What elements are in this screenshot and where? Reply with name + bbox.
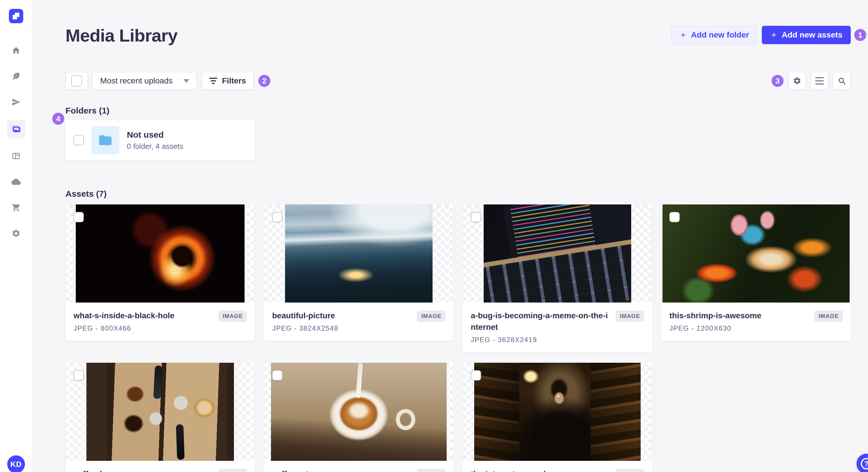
toolbar-left: Most recent uploads Filters 2 [65,72,270,90]
sidebar-item-settings[interactable] [7,225,25,241]
sidebar-nav [0,32,32,241]
sidebar-item-cloud[interactable] [7,174,25,190]
view-settings-button[interactable] [788,72,806,90]
folder-name: Not used [127,130,183,140]
page-title: Media Library [65,25,177,45]
add-new-assets-label: Add new assets [782,30,842,40]
add-new-folder-button[interactable]: Add new folder [671,26,757,44]
asset-image [662,204,849,303]
app-root: KD Media Library Add new folder Add new … [0,0,868,472]
asset-info: what-s-inside-a-black-hole JPEG - 800X46… [65,303,255,341]
asset-info: beautiful-picture JPEG - 3824X2548 IMAGE [264,303,454,341]
logo-area [0,0,32,32]
asset-card[interactable]: this-shrimp-is-awesome JPEG - 1200X630 I… [661,204,851,341]
add-new-assets-button[interactable]: Add new assets [762,26,851,44]
filters-label: Filters [222,76,246,86]
asset-type-badge: IMAGE [814,310,843,322]
sidebar-item-media-library[interactable] [7,120,25,138]
asset-card[interactable]: coffee-beans JPEG - 5021X3347 IMAGE [65,363,255,472]
asset-title: beautiful-picture [272,310,338,322]
asset-card[interactable]: a-bug-is-becoming-a-meme-on-the-internet… [463,204,652,352]
checkbox-icon [71,75,82,87]
asset-thumbnail [264,363,454,461]
assets-grid: what-s-inside-a-black-hole JPEG - 800X46… [65,204,851,472]
annotation-badge-4: 4 [52,113,64,125]
filters-button[interactable]: Filters [202,72,254,90]
asset-checkbox[interactable] [471,370,481,380]
sidebar-item-content-type-builder[interactable] [7,148,25,164]
asset-type-badge: IMAGE [417,469,445,472]
asset-meta: JPEG - 3628X2419 [471,336,609,344]
asset-type-badge: IMAGE [218,310,247,322]
asset-meta: JPEG - 800X466 [73,324,175,332]
asset-info: a-bug-is-becoming-a-meme-on-the-internet… [463,303,652,352]
sidebar-item-marketplace[interactable] [7,200,25,216]
sidebar: KD [0,0,32,472]
search-button[interactable] [833,72,851,90]
add-new-folder-label: Add new folder [691,30,749,40]
cloud-icon [11,177,21,187]
folder-checkbox[interactable] [73,135,84,145]
asset-checkbox[interactable] [73,212,84,222]
toolbar-right: 3 [772,72,851,90]
layout-icon [11,151,21,161]
folders-heading: Folders (1) [65,106,851,115]
annotation-badge-1: 1 [854,29,866,41]
annotation-badge-3: 3 [772,75,784,87]
home-icon [11,46,21,55]
shopping-cart-icon [11,203,21,212]
section-divider [65,175,851,176]
assets-section: Assets (7) what-s-inside-a-black-hole JP… [65,189,851,472]
select-all-checkbox[interactable] [65,72,88,90]
sidebar-item-home[interactable] [7,42,25,59]
asset-image [271,363,446,461]
strapi-logo-icon[interactable] [9,9,23,23]
asset-card[interactable]: the-internet-s-own-boy JPEG - 1200X707 I… [463,363,652,472]
sidebar-item-releases[interactable] [7,94,25,110]
folder-details: 0 folder, 4 assets [127,142,183,151]
asset-image [474,363,641,461]
folder-card[interactable]: Not used 0 folder, 4 assets [65,120,255,160]
assets-toolbar: Most recent uploads Filters 2 3 [65,72,851,90]
search-icon [838,76,846,85]
list-view-icon [815,77,824,85]
asset-checkbox[interactable] [471,212,481,222]
page-header: Media Library Add new folder Add new ass… [65,0,851,45]
asset-meta: JPEG - 3824X2548 [272,324,338,332]
asset-image [86,363,234,461]
chevron-down-icon [183,79,189,83]
main-content: Media Library Add new folder Add new ass… [32,0,868,472]
strapi-logo-glyph-shade [12,16,16,20]
asset-title: coffee-art [272,468,338,472]
asset-thumbnail [65,363,255,461]
assets-heading: Assets (7) [65,189,851,199]
asset-checkbox[interactable] [670,212,680,222]
folder-tile [91,126,119,154]
feather-icon [11,72,21,81]
asset-checkbox[interactable] [272,212,282,222]
folder-texts: Not used 0 folder, 4 assets [127,130,183,151]
paper-plane-icon [11,98,21,107]
asset-checkbox[interactable] [73,370,84,380]
sort-dropdown-value: Most recent uploads [100,76,173,86]
list-view-button[interactable] [811,72,828,90]
header-actions: Add new folder Add new assets 1 [671,26,851,44]
plus-icon [770,31,778,39]
asset-image [484,204,631,303]
asset-card[interactable]: coffee-art JPEG - 5824X3259 IMAGE [264,363,454,472]
asset-title: this-shrimp-is-awesome [670,310,762,322]
gear-icon [11,229,21,238]
sidebar-item-content-manager[interactable] [7,68,25,84]
plus-icon [679,31,687,39]
asset-checkbox[interactable] [272,370,282,380]
folders-section: Folders (1) 4 Not used 0 folder, 4 asset… [65,106,851,160]
asset-card[interactable]: what-s-inside-a-black-hole JPEG - 800X46… [65,204,255,341]
asset-meta: JPEG - 1200X630 [670,324,762,332]
user-avatar[interactable]: KD [7,456,25,472]
images-icon [11,125,21,134]
asset-info: the-internet-s-own-boy JPEG - 1200X707 I… [463,461,652,472]
asset-thumbnail [463,363,652,461]
asset-info: coffee-art JPEG - 5824X3259 IMAGE [264,461,454,472]
sort-dropdown[interactable]: Most recent uploads [92,72,197,90]
asset-card[interactable]: beautiful-picture JPEG - 3824X2548 IMAGE [264,204,454,341]
